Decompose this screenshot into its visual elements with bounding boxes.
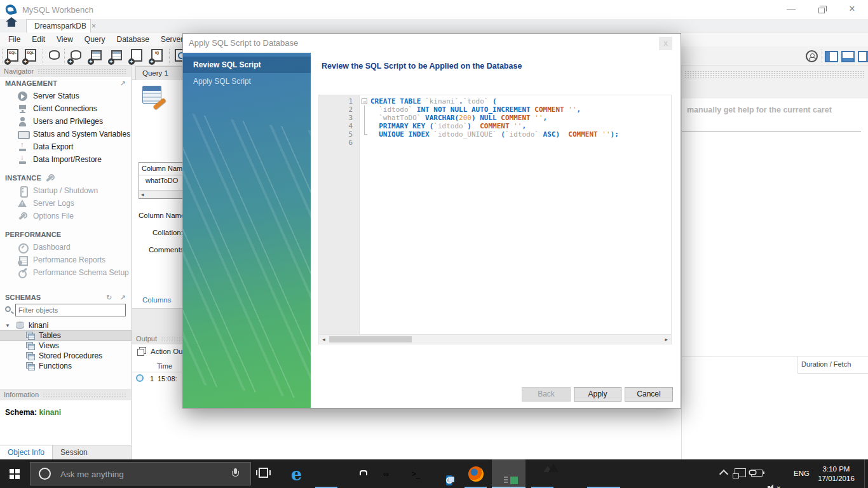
nav-item-performance-schema-setup[interactable]: Performance Schema Setup <box>0 266 131 279</box>
users-privileges-icon <box>18 117 27 126</box>
create-view-icon[interactable] <box>109 48 125 64</box>
tab-session[interactable]: Session <box>53 445 95 459</box>
nav-item-status-and-system-variables[interactable]: Status and System Variables <box>0 128 131 140</box>
code-line: UNIQUE INDEX `idtodo_UNIQUE` (`idtodo` A… <box>370 130 671 139</box>
nav-item-users-and-privileges[interactable]: Users and Privileges <box>0 115 131 128</box>
create-function-icon[interactable]: f() <box>149 48 166 64</box>
start-button[interactable] <box>0 459 29 488</box>
toggle-right-sidebar-icon[interactable] <box>858 51 868 62</box>
language-indicator[interactable]: ENG <box>794 470 810 477</box>
tab-query-1[interactable]: Query 1 <box>135 66 182 80</box>
sql-editor-hscrollbar[interactable]: ◂ ▸ <box>318 335 672 344</box>
taskbar-search-input[interactable] <box>59 466 218 482</box>
taskbar-app-store[interactable] <box>341 459 371 488</box>
cortana-icon <box>39 468 51 480</box>
tab-close-icon[interactable]: × <box>92 22 96 30</box>
nav-item-client-connections[interactable]: Client Connections <box>0 102 131 115</box>
tree-item-label: Functions <box>39 362 72 370</box>
scroll-right-arrow[interactable]: ▸ <box>661 335 671 344</box>
tree-item-tables[interactable]: Tables <box>0 330 131 341</box>
schema-filter-input[interactable] <box>15 304 126 316</box>
code-fold-column[interactable] <box>360 95 370 334</box>
show-desktop-button[interactable] <box>864 459 868 488</box>
create-table-icon[interactable] <box>88 48 105 64</box>
close-button[interactable]: × <box>841 0 863 18</box>
cancel-button[interactable]: Cancel <box>625 387 673 402</box>
token: ASC <box>543 130 556 139</box>
task-view-button[interactable] <box>256 467 271 480</box>
token: '' <box>534 114 543 122</box>
tab-object-info[interactable]: Object Info <box>0 445 53 459</box>
nav-item-server-status[interactable]: Server Status <box>0 90 131 102</box>
tree-item-functions[interactable]: Functions <box>0 361 131 371</box>
scrollbar-thumb[interactable] <box>329 336 412 342</box>
volume-muted-icon[interactable]: × <box>768 484 780 488</box>
new-sql-tab-icon[interactable]: SQL <box>5 48 22 64</box>
minimize-button[interactable]: — <box>780 0 802 18</box>
fold-marker[interactable] <box>360 97 370 105</box>
network-icon[interactable] <box>735 468 746 477</box>
nav-item-startup-shutdown[interactable]: Startup / Shutdown <box>0 184 131 197</box>
clock[interactable]: 3:10 PM 17/01/2016 <box>815 464 857 484</box>
microphone-icon[interactable] <box>231 468 239 480</box>
scroll-left-arrow[interactable]: ◂ <box>319 335 329 344</box>
grid-hscrollbar[interactable]: ◂ <box>139 190 189 198</box>
taskbar-app-edge[interactable]: e <box>281 459 311 488</box>
line-number: 1 <box>319 97 359 105</box>
taskbar-app-outlook[interactable]: O <box>431 459 461 488</box>
tree-item-kinani[interactable]: ▼kinani <box>0 320 131 330</box>
tree-expand-arrow-icon[interactable]: ▼ <box>5 323 11 329</box>
menu-view[interactable]: View <box>51 34 79 45</box>
nav-item-performance-reports[interactable]: Performance Reports <box>0 254 131 266</box>
taskbar-app-powershell[interactable]: >_ <box>401 459 431 488</box>
dialog-close-button[interactable]: x <box>659 37 672 50</box>
nav-item-options-file[interactable]: Options File <box>0 210 131 222</box>
fold-box-icon[interactable] <box>362 98 367 104</box>
toggle-output-area-icon[interactable] <box>841 51 855 62</box>
battery-icon[interactable] <box>751 470 763 477</box>
nav-item-server-logs[interactable]: Server Logs <box>0 197 131 210</box>
home-tab[interactable] <box>0 19 26 32</box>
taskbar-app-photos[interactable] <box>527 459 557 488</box>
expand-icon[interactable]: ↗ <box>120 79 126 88</box>
step-apply-sql-script[interactable]: Apply SQL Script <box>183 73 311 90</box>
context-help-icon[interactable] <box>806 50 822 65</box>
tab-dreamsparkdb[interactable]: DreamsparkDB × <box>26 19 91 32</box>
taskbar-app-mysql-workbench[interactable] <box>583 459 624 488</box>
back-button[interactable]: Back <box>522 387 571 402</box>
nav-item-data-export[interactable]: Data Export <box>0 140 131 153</box>
nav-item-dashboard[interactable]: Dashboard <box>0 241 131 254</box>
create-schema-icon[interactable] <box>68 48 85 64</box>
taskbar-app-file-explorer[interactable] <box>311 459 341 488</box>
restore-button[interactable] <box>811 0 832 18</box>
menu-file[interactable]: File <box>3 34 26 45</box>
tree-item-stored-procedures[interactable]: Stored Procedures <box>0 351 131 361</box>
cortana-search-box[interactable] <box>30 462 251 485</box>
schema-label: Schema: <box>5 408 37 417</box>
inspector-icon[interactable] <box>46 48 63 64</box>
menu-query[interactable]: Query <box>79 34 111 45</box>
tray-chevron-icon[interactable] <box>720 468 728 476</box>
grid-column-header: Column Name <box>139 163 189 175</box>
create-procedure-icon[interactable] <box>129 48 146 64</box>
sql-code[interactable]: CREATE TABLE `kinani`.`todo` ( `idtodo` … <box>370 95 671 334</box>
apply-button[interactable]: Apply <box>574 387 621 402</box>
schemas-expand-icon[interactable]: ↗ <box>120 294 126 302</box>
menu-edit[interactable]: Edit <box>26 34 51 45</box>
sql-script-editor[interactable]: 123456 CREATE TABLE `kinani`.`todo` ( `i… <box>318 95 672 335</box>
information-header: Information <box>0 389 132 400</box>
toggle-left-sidebar-icon[interactable] <box>825 51 838 62</box>
tree-item-views[interactable]: Views <box>0 341 131 351</box>
columns-grid[interactable]: Column Name whatToDO ◂ <box>139 162 189 199</box>
output-view-selector[interactable]: Action Ou <box>137 347 183 355</box>
step-review-sql-script[interactable]: Review SQL Script <box>183 57 311 73</box>
open-sql-script-icon[interactable]: SQL <box>23 48 39 64</box>
taskbar-app-visual-studio[interactable]: ∞ <box>371 459 401 488</box>
grid-cell[interactable]: whatToDO <box>139 175 189 187</box>
schemas-refresh-icon[interactable]: ↻ <box>106 294 112 302</box>
taskbar-app-firefox[interactable] <box>461 459 491 488</box>
taskbar-app-image-viewer[interactable] <box>492 459 526 488</box>
nav-item-data-import-restore[interactable]: Data Import/Restore <box>0 153 131 166</box>
menu-database[interactable]: Database <box>111 34 155 45</box>
tab-columns[interactable]: Columns <box>136 294 177 306</box>
